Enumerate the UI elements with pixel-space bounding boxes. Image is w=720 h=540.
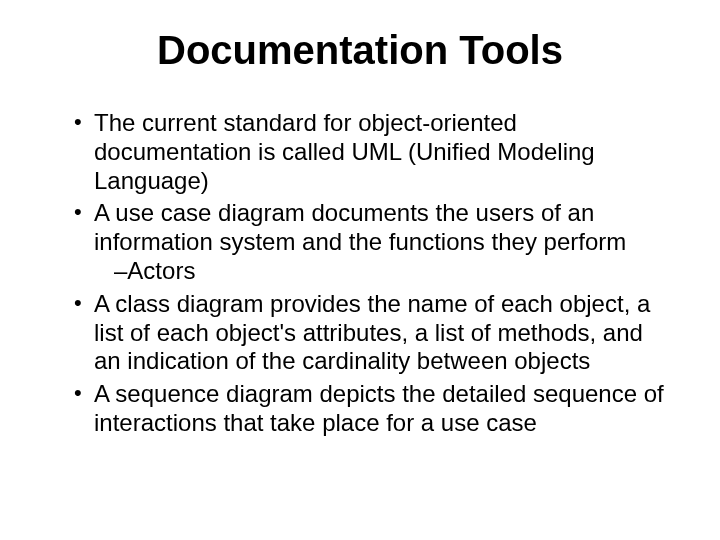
- sub-bullet: Actors: [94, 257, 670, 286]
- bullet-list: The current standard for object-oriented…: [50, 109, 670, 438]
- bullet-text: A use case diagram documents the users o…: [94, 199, 626, 255]
- bullet-item: The current standard for object-oriented…: [74, 109, 670, 195]
- bullet-item: A class diagram provides the name of eac…: [74, 290, 670, 376]
- bullet-item: A sequence diagram depicts the detailed …: [74, 380, 670, 438]
- sub-bullet-text: Actors: [127, 257, 195, 284]
- bullet-item: A use case diagram documents the users o…: [74, 199, 670, 285]
- slide-title: Documentation Tools: [50, 28, 670, 73]
